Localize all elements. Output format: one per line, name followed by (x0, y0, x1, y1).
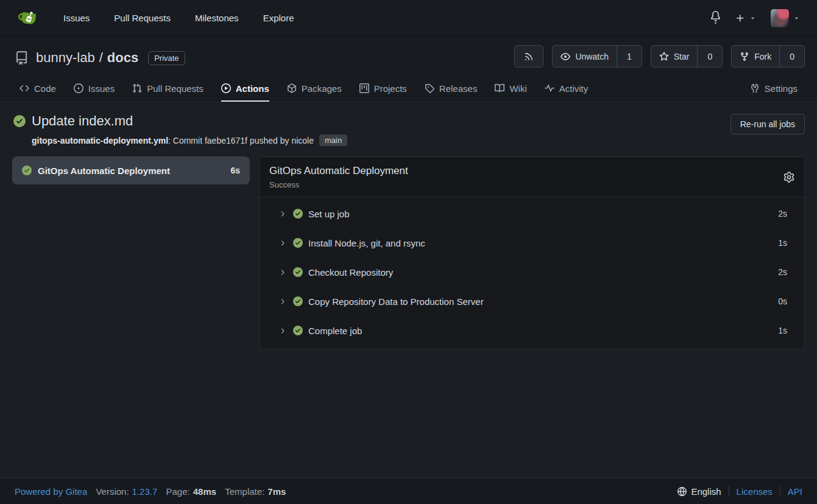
job-panel-title: GitOps Automatic Deployment (269, 165, 794, 177)
step-name: Install Node.js, git, and rsync (308, 238, 425, 248)
tab-projects[interactable]: Projects (359, 75, 407, 102)
licenses-link[interactable]: Licenses (737, 486, 773, 497)
tag-icon (425, 83, 434, 93)
fork-button[interactable]: Fork (732, 46, 779, 67)
notifications-bell-icon[interactable] (710, 11, 721, 26)
nav-pull-requests[interactable]: Pull Requests (114, 13, 171, 23)
powered-by-gitea-link[interactable]: Powered by Gitea (15, 486, 87, 497)
navbar-links: Issues Pull Requests Milestones Explore (63, 13, 294, 23)
step-name: Copy Repository Data to Production Serve… (308, 296, 484, 307)
tab-packages[interactable]: Packages (287, 75, 342, 102)
api-link[interactable]: API (788, 486, 802, 497)
page-time-value: 48ms (193, 486, 216, 497)
page-time-label: Page: (166, 486, 190, 497)
step-name: Complete job (308, 326, 362, 336)
log-settings-gear-icon[interactable] (783, 172, 794, 183)
tab-code[interactable]: Code (19, 75, 56, 102)
package-icon (287, 83, 297, 93)
fork-button-group: Fork 0 (731, 45, 805, 68)
chevron-right-icon[interactable] (278, 268, 286, 276)
repo-icon (15, 51, 29, 65)
step-duration: 1s (778, 326, 787, 335)
issue-opened-icon (74, 83, 83, 93)
user-avatar (771, 9, 789, 27)
step-success-check-icon (293, 238, 303, 248)
globe-icon (677, 487, 687, 496)
tab-wiki[interactable]: Wiki (495, 75, 526, 102)
stars-count[interactable]: 0 (697, 46, 722, 67)
chevron-right-icon[interactable] (278, 327, 286, 335)
gitea-logo-icon[interactable] (17, 9, 39, 28)
footer-divider (780, 486, 780, 496)
breadcrumb-separator: / (99, 50, 103, 66)
step-row[interactable]: Set up job 2s (260, 199, 804, 228)
step-name: Checkout Repository (308, 267, 393, 278)
footer-meta: Powered by Gitea Version: 1.23.7 Page: 4… (15, 486, 286, 497)
star-icon (659, 52, 669, 61)
step-name: Set up job (308, 209, 350, 219)
step-row[interactable]: Complete job 1s (260, 316, 804, 345)
unwatch-button[interactable]: Unwatch (553, 46, 616, 67)
create-new-menu[interactable] (735, 13, 756, 23)
tab-issues[interactable]: Issues (74, 75, 115, 102)
rss-feed-button[interactable] (514, 45, 543, 68)
nav-milestones[interactable]: Milestones (195, 13, 239, 23)
star-button-group: Star 0 (651, 45, 723, 68)
tab-settings[interactable]: Settings (750, 75, 798, 102)
pulse-icon (545, 83, 554, 93)
star-label: Star (674, 52, 690, 61)
step-duration: 0s (778, 296, 787, 306)
step-success-check-icon (293, 209, 303, 219)
breadcrumb: bunny-lab / docs (36, 50, 138, 66)
language-selector[interactable]: English (677, 486, 721, 497)
fork-icon (740, 52, 749, 61)
step-row[interactable]: Install Node.js, git, and rsync 1s (260, 228, 804, 257)
eye-icon (561, 52, 570, 61)
user-menu[interactable] (771, 9, 800, 27)
plus-icon (735, 13, 745, 23)
version-link[interactable]: 1.23.7 (132, 486, 158, 497)
job-log-panel: GitOps Automatic Deployment Success Set … (259, 156, 805, 349)
jobs-sidebar: GitOps Automatic Deployment 6s (12, 156, 250, 184)
tab-releases[interactable]: Releases (425, 75, 478, 102)
rerun-all-jobs-button[interactable]: Re-run all jobs (730, 114, 805, 135)
job-success-check-icon (22, 166, 32, 175)
step-duration: 1s (778, 238, 787, 248)
repo-name-link[interactable]: docs (107, 50, 138, 66)
branch-badge[interactable]: main (319, 135, 347, 146)
footer-divider (729, 486, 729, 496)
watch-button-group: Unwatch 1 (552, 45, 642, 68)
run-success-check-icon (13, 115, 26, 127)
nav-issues[interactable]: Issues (63, 13, 90, 23)
navbar-right (710, 9, 800, 27)
chevron-right-icon[interactable] (278, 239, 286, 247)
chevron-right-icon[interactable] (278, 210, 286, 218)
watchers-count[interactable]: 1 (617, 46, 642, 67)
tab-pull-requests[interactable]: Pull Requests (132, 75, 203, 102)
tab-actions[interactable]: Actions (221, 75, 269, 102)
workflow-file-link[interactable]: gitops-automatic-deployment.yml (32, 136, 168, 145)
forks-count[interactable]: 0 (779, 46, 804, 67)
page-footer: Powered by Gitea Version: 1.23.7 Page: 4… (0, 478, 817, 504)
job-status-text: Success (269, 180, 794, 189)
job-panel-header: GitOps Automatic Deployment Success (260, 157, 804, 197)
project-icon (359, 83, 369, 93)
step-row[interactable]: Checkout Repository 2s (260, 257, 804, 287)
step-duration: 2s (778, 209, 787, 219)
run-content: GitOps Automatic Deployment 6s GitOps Au… (0, 146, 817, 349)
tab-activity[interactable]: Activity (545, 75, 589, 102)
star-button[interactable]: Star (651, 46, 698, 67)
nav-explore[interactable]: Explore (263, 13, 294, 23)
template-time-label: Template: (225, 486, 264, 497)
template-time-value: 7ms (267, 486, 286, 497)
repo-owner-link[interactable]: bunny-lab (36, 50, 95, 66)
chevron-right-icon[interactable] (278, 298, 286, 306)
version-label: Version: (96, 486, 129, 497)
unwatch-label: Unwatch (575, 52, 608, 61)
step-row[interactable]: Copy Repository Data to Production Serve… (260, 287, 804, 316)
play-circle-icon (221, 83, 231, 93)
step-success-check-icon (293, 267, 303, 277)
tools-icon (750, 83, 760, 93)
job-list-item-selected[interactable]: GitOps Automatic Deployment 6s (12, 156, 250, 184)
workflow-run-header: Update index.md gitops-automatic-deploym… (0, 102, 817, 146)
